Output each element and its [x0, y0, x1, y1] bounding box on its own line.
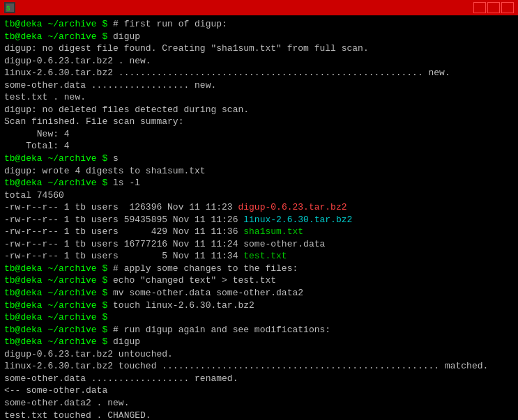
terminal-line: -rw-r--r-- 1 tb users 126396 Nov 11 11:2… [4, 201, 514, 214]
terminal-line: some-other.data .................. new. [4, 79, 514, 92]
svg-text:$: $ [6, 6, 10, 12]
terminal-line: Total: 4 [4, 140, 514, 153]
terminal-line: digup: no digest file found. Creating "s… [4, 42, 514, 55]
terminal-line: tb@deka ~/archive $ digup [4, 31, 514, 43]
terminal-line: -rw-r--r-- 1 tb users 5 Nov 11 11:34 tes… [4, 250, 514, 263]
minimize-button[interactable] [473, 2, 486, 13]
terminal-line: Scan finished. File scan summary: [4, 116, 514, 128]
terminal-line: some-other.data .................. renam… [4, 373, 514, 385]
terminal-line: linux-2.6.30.tar.bz2 touched ...........… [4, 360, 514, 373]
terminal-line: New: 4 [4, 128, 514, 141]
terminal-line: tb@deka ~/archive $ echo "changed text" … [4, 274, 514, 287]
terminal-line: tb@deka ~/archive $ touch linux-2.6.30.t… [4, 300, 514, 312]
terminal-line: <-- some-other.data [4, 384, 514, 397]
terminal-line: tb@deka ~/archive $ # first run of digup… [4, 18, 514, 31]
close-button[interactable] [501, 2, 514, 13]
terminal-line: digup: no deleted files detected during … [4, 104, 514, 116]
maximize-button[interactable] [487, 2, 500, 13]
terminal-window: $ tb@deka ~/archive $ # first run of dig… [0, 0, 518, 420]
terminal-line: some-other.data2 . new. [4, 397, 514, 410]
terminal-line: digup-0.6.23.tar.bz2 untouched. [4, 348, 514, 361]
terminal-line: tb@deka ~/archive $ [4, 311, 514, 324]
terminal-line: tb@deka ~/archive $ digup [4, 336, 514, 348]
terminal-line: tb@deka ~/archive $ mv some-other.data s… [4, 287, 514, 300]
terminal-line: tb@deka ~/archive $ s [4, 153, 514, 165]
terminal-line: test.txt touched . CHANGED. [4, 410, 514, 421]
terminal-line: tb@deka ~/archive $ # apply some changes… [4, 263, 514, 275]
terminal-output[interactable]: tb@deka ~/archive $ # first run of digup… [0, 15, 518, 420]
terminal-line: tb@deka ~/archive $ ls -l [4, 177, 514, 189]
terminal-line: test.txt . new. [4, 91, 514, 104]
terminal-line: -rw-r--r-- 1 tb users 429 Nov 11 11:36 s… [4, 226, 514, 238]
terminal-line: total 74560 [4, 189, 514, 202]
titlebar: $ [0, 0, 518, 15]
terminal-line: -rw-r--r-- 1 tb users 16777216 Nov 11 11… [4, 238, 514, 251]
terminal-line: -rw-r--r-- 1 tb users 59435895 Nov 11 11… [4, 214, 514, 226]
terminal-line: digup-0.6.23.tar.bz2 . new. [4, 55, 514, 68]
terminal-line: tb@deka ~/archive $ # run digup again an… [4, 324, 514, 336]
terminal-line: linux-2.6.30.tar.bz2 ...................… [4, 67, 514, 79]
terminal-line: digup: wrote 4 digests to sha1sum.txt [4, 165, 514, 178]
terminal-icon: $ [4, 2, 15, 13]
titlebar-buttons [473, 2, 514, 13]
